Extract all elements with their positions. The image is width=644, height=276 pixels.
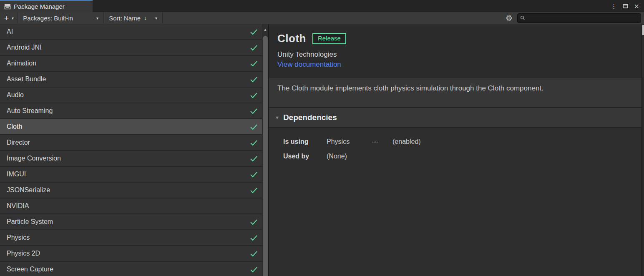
package-name: Director bbox=[7, 139, 250, 146]
installed-check-icon bbox=[250, 60, 258, 67]
chevron-down-icon: ▾ bbox=[96, 16, 98, 20]
dependencies-body: Is usingPhysics---(enabled)Used by(None) bbox=[269, 127, 641, 276]
installed-check-icon bbox=[250, 29, 258, 35]
package-name: Image Conversion bbox=[7, 155, 250, 162]
package-manager-icon bbox=[4, 4, 11, 10]
window-titlebar: Package Manager ⋮ × bbox=[0, 0, 644, 12]
package-description: The Cloth module implements cloth physic… bbox=[269, 77, 641, 107]
toolbar-spacer bbox=[163, 12, 506, 24]
toolbar: + ▾ Packages: Built-in ▾ Sort: Name ↓ ▾ … bbox=[0, 12, 644, 24]
sort-dropdown[interactable]: Sort: Name ↓ ▾ bbox=[104, 12, 162, 24]
installed-check-icon bbox=[250, 45, 258, 51]
package-name: AI bbox=[7, 28, 250, 35]
installed-check-icon bbox=[250, 156, 258, 162]
dependency-row: Used by(None) bbox=[283, 149, 641, 163]
list-scrollbar[interactable]: ▲ bbox=[262, 24, 269, 276]
installed-check-icon bbox=[250, 171, 258, 178]
details-scrollbar[interactable] bbox=[641, 24, 644, 276]
search-icon bbox=[520, 15, 525, 20]
package-manager-window: Package Manager ⋮ × + ▾ Packages: Built-… bbox=[0, 0, 644, 276]
plus-icon: + bbox=[4, 14, 9, 22]
tab-package-manager[interactable]: Package Manager bbox=[0, 0, 93, 12]
package-title: Cloth bbox=[277, 32, 306, 45]
dependencies-section-header[interactable]: ▼ Dependencies bbox=[269, 107, 641, 127]
dependency-label: Used by bbox=[283, 153, 327, 160]
package-list-item[interactable]: AI bbox=[0, 24, 262, 40]
release-badge: Release bbox=[312, 33, 346, 44]
package-list-item[interactable]: Director bbox=[0, 135, 262, 151]
packages-filter-dropdown[interactable]: Packages: Built-in ▾ bbox=[18, 12, 103, 24]
maximize-icon[interactable] bbox=[623, 3, 628, 10]
installed-check-icon bbox=[250, 235, 258, 241]
sort-direction-icon: ↓ bbox=[144, 15, 147, 21]
list-scrollbar-thumb[interactable] bbox=[263, 36, 268, 276]
package-name: Android JNI bbox=[7, 44, 250, 51]
package-details-pane: Cloth Release Unity Technologies View do… bbox=[269, 24, 641, 276]
gear-icon[interactable]: ⚙ bbox=[506, 12, 517, 24]
package-list-item[interactable]: Particle System bbox=[0, 214, 262, 230]
dependency-name: Physics bbox=[327, 138, 372, 146]
package-name: Animation bbox=[7, 60, 250, 67]
package-name: Cloth bbox=[7, 123, 250, 130]
content-area: AIAndroid JNIAnimationAsset BundleAudioA… bbox=[0, 24, 644, 276]
chevron-down-icon: ▾ bbox=[12, 16, 14, 20]
installed-check-icon bbox=[250, 76, 258, 83]
sort-label: Sort: Name bbox=[109, 15, 141, 22]
package-list-item[interactable]: Asset Bundle bbox=[0, 72, 262, 88]
package-list-item[interactable]: Physics bbox=[0, 230, 262, 246]
search-box[interactable] bbox=[517, 13, 641, 23]
view-documentation-link[interactable]: View documentation bbox=[277, 60, 341, 69]
installed-check-icon bbox=[250, 92, 258, 98]
package-list-item[interactable]: Audio bbox=[0, 88, 262, 103]
package-list-item[interactable]: Auto Streaming bbox=[0, 103, 262, 119]
package-list: AIAndroid JNIAnimationAsset BundleAudioA… bbox=[0, 24, 262, 276]
package-name: Physics bbox=[7, 234, 250, 241]
package-name: Particle System bbox=[7, 218, 250, 226]
kebab-menu-icon[interactable]: ⋮ bbox=[611, 3, 617, 9]
package-list-item[interactable]: Animation bbox=[0, 56, 262, 72]
dependency-label: Is using bbox=[283, 138, 327, 146]
details-scrollbar-thumb[interactable] bbox=[642, 25, 644, 35]
installed-check-icon bbox=[250, 108, 258, 114]
dependency-version: --- bbox=[372, 138, 392, 146]
close-icon[interactable]: × bbox=[634, 2, 639, 10]
package-list-item[interactable]: NVIDIA bbox=[0, 198, 262, 214]
package-list-item[interactable]: Screen Capture bbox=[0, 262, 262, 276]
chevron-down-icon: ▾ bbox=[155, 16, 157, 20]
installed-check-icon bbox=[250, 140, 258, 146]
scroll-up-arrow-icon[interactable]: ▲ bbox=[262, 24, 268, 35]
installed-check-icon bbox=[250, 266, 258, 273]
installed-check-icon bbox=[250, 251, 258, 257]
package-list-item[interactable]: JSONSerialize bbox=[0, 183, 262, 198]
packages-filter-label: Packages: Built-in bbox=[23, 15, 73, 22]
package-name: Asset Bundle bbox=[7, 75, 250, 83]
package-name: JSONSerialize bbox=[7, 186, 250, 194]
installed-check-icon bbox=[250, 219, 258, 225]
package-list-item[interactable]: Physics 2D bbox=[0, 246, 262, 262]
foldout-triangle-icon: ▼ bbox=[275, 115, 279, 120]
package-name: Screen Capture bbox=[7, 266, 250, 273]
package-list-item[interactable]: Android JNI bbox=[0, 40, 262, 56]
package-name: Auto Streaming bbox=[7, 107, 250, 115]
package-name: Audio bbox=[7, 91, 250, 99]
package-name: Physics 2D bbox=[7, 250, 250, 257]
search-input[interactable] bbox=[527, 15, 638, 21]
package-list-item[interactable]: IMGUI bbox=[0, 167, 262, 183]
package-name: NVIDIA bbox=[7, 202, 258, 210]
dependency-status: (enabled) bbox=[392, 138, 641, 146]
dependency-name: (None) bbox=[327, 153, 372, 160]
package-name: IMGUI bbox=[7, 171, 250, 178]
installed-check-icon bbox=[250, 187, 258, 193]
package-list-item[interactable]: Image Conversion bbox=[0, 151, 262, 167]
window-title: Package Manager bbox=[14, 3, 65, 10]
details-header: Cloth Release Unity Technologies View do… bbox=[269, 24, 641, 77]
dependencies-heading: Dependencies bbox=[283, 113, 337, 122]
installed-check-icon bbox=[250, 124, 258, 130]
package-list-item[interactable]: Cloth bbox=[0, 119, 262, 135]
dependency-row: Is usingPhysics---(enabled) bbox=[283, 134, 641, 149]
package-author: Unity Technologies bbox=[277, 50, 641, 59]
window-controls: ⋮ × bbox=[611, 0, 644, 12]
add-package-button[interactable]: + ▾ bbox=[0, 12, 18, 24]
